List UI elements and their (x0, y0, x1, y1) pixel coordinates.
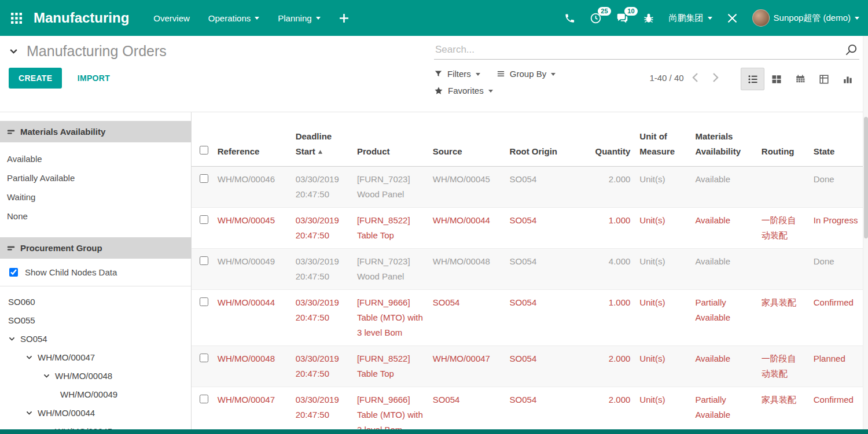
col-reference[interactable]: Reference (213, 121, 291, 167)
row-checkbox-cell[interactable] (192, 249, 213, 290)
view-list-button[interactable] (741, 68, 764, 90)
voip-phone-button[interactable] (564, 13, 575, 24)
horizontal-scrollbar[interactable] (0, 429, 868, 434)
tree-node[interactable]: WH/MO/00048 (0, 366, 191, 385)
row-checkbox-cell[interactable] (192, 387, 213, 434)
cell-deadline: 03/30/2019 20:47:50 (291, 346, 352, 387)
cell-product: [FURN_9666] Table (MTO) with 3 level Bom (352, 387, 428, 434)
activities-button[interactable]: 25 (590, 12, 602, 24)
vertical-scrollbar[interactable] (863, 36, 868, 429)
col-deadline-start[interactable]: Deadline Start (291, 121, 352, 167)
cell-deadline: 03/30/2019 20:47:50 (291, 167, 352, 208)
filter-partially-available[interactable]: Partially Available (0, 168, 191, 187)
filter-available[interactable]: Available (0, 149, 191, 168)
search-input[interactable] (434, 43, 844, 56)
select-all-checkbox[interactable] (200, 146, 208, 155)
tree-node[interactable]: SO055 (0, 311, 191, 329)
kanban-view-icon (771, 74, 782, 84)
show-child-nodes-toggle[interactable]: Show Child Nodes Data (0, 259, 191, 286)
app-title[interactable]: Manufacturing (34, 10, 129, 26)
order-row[interactable]: WH/MO/0004703/30/2019 20:47:50[FURN_9666… (192, 387, 868, 434)
col-source[interactable]: Source (428, 121, 505, 167)
row-checkbox[interactable] (200, 215, 208, 224)
row-checkbox-cell[interactable] (192, 290, 213, 346)
messages-button[interactable]: 10 (616, 12, 628, 24)
menu-operations[interactable]: Operations (208, 13, 259, 23)
row-checkbox[interactable] (200, 395, 208, 403)
user-menu[interactable]: Sunpop超管 (demo) (752, 9, 859, 27)
tree-node[interactable]: SO060 (0, 292, 191, 311)
cell-uom: Unit(s) (635, 346, 690, 387)
cell-root-origin: SO054 (505, 346, 581, 387)
import-button[interactable]: IMPORT (74, 73, 113, 83)
col-state[interactable]: State (809, 121, 868, 167)
debug-button[interactable] (643, 12, 654, 24)
tree-node[interactable]: WH/MO/00049 (0, 385, 191, 403)
create-button[interactable]: CREATE (9, 68, 62, 89)
col-quantity[interactable]: Quantity (580, 121, 635, 167)
view-switcher (741, 68, 859, 90)
menu-planning[interactable]: Planning (278, 13, 320, 23)
tree-node[interactable]: WH/MO/00044 (0, 403, 191, 422)
col-root-origin[interactable]: Root Origin (505, 121, 581, 167)
order-row[interactable]: WH/MO/0004803/30/2019 20:47:50[FURN_8522… (192, 346, 868, 387)
activity-count-badge: 25 (598, 7, 610, 16)
cell-root-origin: SO054 (505, 387, 581, 434)
favorites-menu[interactable]: Favorites (434, 86, 493, 95)
col-unit-of-measure[interactable]: Unit of Measure (635, 121, 690, 167)
view-kanban-button[interactable] (764, 68, 788, 90)
col-routing[interactable]: Routing (757, 121, 809, 167)
order-row[interactable]: WH/MO/0004503/30/2019 20:47:50[FURN_8522… (192, 208, 868, 249)
scrollbar-thumb[interactable] (864, 117, 868, 238)
orders-table-body: WH/MO/0004603/30/2019 20:47:50[FURN_7023… (192, 167, 868, 434)
search-icon[interactable] (844, 43, 859, 56)
select-all-cell[interactable] (192, 121, 213, 167)
col-product[interactable]: Product (352, 121, 428, 167)
tree-node[interactable]: WH/MO/00047 (0, 348, 191, 366)
tree-node-label: WH/MO/00049 (60, 389, 117, 399)
view-graph-button[interactable] (836, 68, 859, 90)
top-navbar: Manufacturing Overview Operations Planni… (0, 0, 868, 36)
cell-quantity: 2.000 (580, 346, 635, 387)
list-view: Reference Deadline Start Product Source … (192, 112, 868, 434)
cell-reference: WH/MO/00048 (213, 346, 291, 387)
order-row[interactable]: WH/MO/0004603/30/2019 20:47:50[FURN_7023… (192, 167, 868, 208)
apps-menu-button[interactable] (9, 10, 24, 26)
category-icon (7, 128, 15, 136)
breadcrumb[interactable]: Manufacturing Orders (9, 43, 167, 60)
pager-next-button[interactable] (705, 70, 726, 85)
phone-icon (564, 13, 575, 24)
show-child-nodes-label: Show Child Nodes Data (25, 267, 117, 277)
cell-root-origin: SO054 (505, 290, 581, 346)
row-checkbox-cell[interactable] (192, 346, 213, 387)
search-options: Filters Group By Favorites (434, 68, 648, 102)
group-by-menu[interactable]: Group By (496, 69, 556, 79)
row-checkbox[interactable] (200, 174, 208, 183)
row-checkbox-cell[interactable] (192, 167, 213, 208)
row-checkbox[interactable] (200, 297, 208, 306)
filters-menu[interactable]: Filters (434, 69, 480, 79)
view-calendar-button[interactable] (788, 68, 812, 90)
order-row[interactable]: WH/MO/0004903/30/2019 20:47:50[FURN_7023… (192, 249, 868, 290)
col-materials-availability[interactable]: Materials Availability (690, 121, 756, 167)
cell-quantity: 2.000 (580, 387, 635, 434)
filters-label: Filters (447, 69, 471, 79)
menu-overview[interactable]: Overview (153, 13, 190, 23)
show-child-nodes-checkbox[interactable] (9, 268, 18, 277)
tree-node[interactable]: SO054 (0, 329, 191, 348)
list-view-icon (748, 74, 758, 84)
cell-uom: Unit(s) (635, 249, 690, 290)
tools-button[interactable] (727, 13, 738, 24)
row-checkbox[interactable] (200, 354, 208, 362)
availability-list: AvailablePartially AvailableWaitingNone (0, 142, 191, 234)
company-menu[interactable]: 尚鹏集团 (669, 13, 712, 24)
quick-create-button[interactable] (339, 13, 349, 23)
view-pivot-button[interactable] (812, 68, 836, 90)
pager-previous-button[interactable] (685, 70, 705, 85)
caret-down-icon (43, 372, 50, 380)
order-row[interactable]: WH/MO/0004403/30/2019 20:47:50[FURN_9666… (192, 290, 868, 346)
row-checkbox-cell[interactable] (192, 208, 213, 249)
filter-none[interactable]: None (0, 207, 191, 226)
filter-waiting[interactable]: Waiting (0, 187, 191, 207)
row-checkbox[interactable] (200, 256, 208, 265)
